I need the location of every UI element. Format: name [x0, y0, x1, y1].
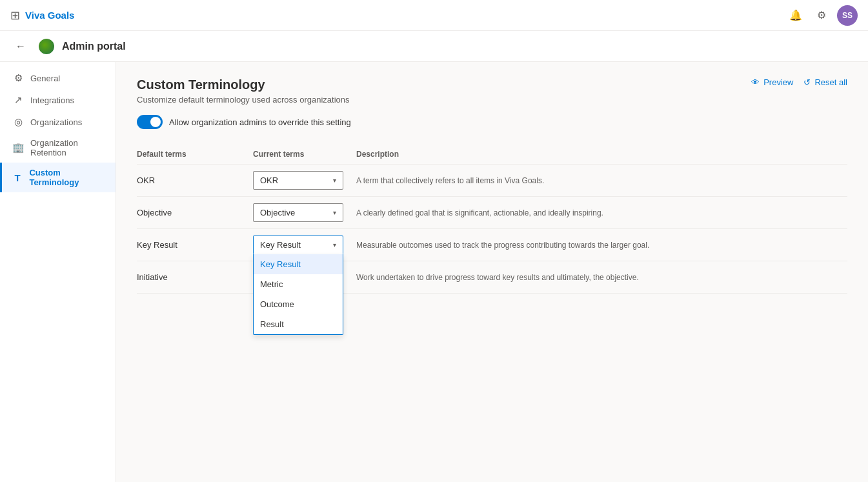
- table-row: Initiative Initiative ▾ Work undertaken …: [137, 261, 847, 294]
- desc-objective: A clearly defined goal that is significa…: [356, 197, 847, 229]
- table-header-row: Default terms Current terms Description: [137, 145, 847, 165]
- sidebar-item-organizations[interactable]: ◎ Organizations: [0, 111, 116, 133]
- dropdown-okr: OKR ▾: [253, 171, 343, 190]
- current-term-objective: Objective ▾: [253, 197, 356, 229]
- default-term-keyresult: Key Result: [137, 229, 253, 261]
- page-header-text: Custom Terminology Customize default ter…: [137, 77, 350, 105]
- custom-terminology-icon: T: [12, 172, 23, 183]
- dropdown-option-result[interactable]: Result: [254, 314, 343, 334]
- dropdown-keyresult: Key Result ▾ Key Result Metric Outcome R…: [253, 236, 343, 254]
- dropdown-objective-button[interactable]: Objective ▾: [253, 203, 343, 222]
- adminbar: ← Admin portal: [0, 31, 868, 62]
- avatar[interactable]: SS: [837, 5, 858, 26]
- main-content: Custom Terminology Customize default ter…: [116, 62, 868, 482]
- dropdown-objective: Objective ▾: [253, 203, 343, 222]
- topbar: ⊞ Viva Goals 🔔 ⚙ SS: [0, 0, 868, 31]
- general-icon: ⚙: [12, 72, 24, 84]
- page-title: Custom Terminology: [137, 77, 350, 92]
- dropdown-keyresult-value: Key Result: [260, 240, 301, 250]
- table-row: Key Result Key Result ▾ Key Result Metri…: [137, 229, 847, 261]
- organizations-icon: ◎: [12, 116, 24, 128]
- toggle-row: Allow organization admins to override th…: [137, 115, 847, 129]
- org-retention-icon: 🏢: [12, 142, 24, 154]
- table-row: Objective Objective ▾ A clearly defined …: [137, 197, 847, 229]
- terminology-table: Default terms Current terms Description …: [137, 145, 847, 294]
- desc-initiative: Work undertaken to drive progress toward…: [356, 261, 847, 294]
- sidebar-item-integrations-label: Integrations: [30, 95, 74, 105]
- sidebar-item-custom-terminology[interactable]: T Custom Terminology: [0, 163, 116, 192]
- dropdown-okr-value: OKR: [260, 176, 278, 185]
- reset-all-button[interactable]: ↺ Reset all: [803, 77, 847, 87]
- sidebar-item-custom-terminology-label: Custom Terminology: [29, 168, 105, 187]
- col-header-current: Current terms: [253, 145, 356, 165]
- desc-initiative-text: Work undertaken to drive progress toward…: [356, 273, 639, 282]
- layout: ⚙ General ↗ Integrations ◎ Organizations…: [0, 62, 868, 482]
- preview-icon: 👁: [751, 77, 760, 87]
- sidebar: ⚙ General ↗ Integrations ◎ Organizations…: [0, 62, 116, 482]
- settings-icon-button[interactable]: ⚙: [811, 5, 832, 26]
- page-subtitle: Customize default terminology used acros…: [137, 95, 350, 105]
- header-actions: 👁 Preview ↺ Reset all: [751, 77, 847, 87]
- current-term-okr: OKR ▾: [253, 165, 356, 197]
- desc-keyresult-text: Measurable outcomes used to track the pr…: [356, 241, 649, 250]
- desc-keyresult: Measurable outcomes used to track the pr…: [356, 229, 847, 261]
- chevron-down-icon: ▾: [333, 209, 336, 216]
- viva-goals-logo: [39, 39, 54, 54]
- dropdown-okr-button[interactable]: OKR ▾: [253, 171, 343, 190]
- chevron-down-icon: ▾: [333, 241, 336, 248]
- sidebar-item-general[interactable]: ⚙ General: [0, 67, 116, 89]
- adminbar-title: Admin portal: [62, 41, 126, 52]
- topbar-right: 🔔 ⚙ SS: [785, 5, 858, 26]
- default-term-okr: OKR: [137, 165, 253, 197]
- sidebar-item-integrations[interactable]: ↗ Integrations: [0, 89, 116, 111]
- override-toggle[interactable]: [137, 115, 163, 129]
- brand-label[interactable]: Viva Goals: [25, 10, 74, 21]
- dropdown-option-keyresult[interactable]: Key Result: [254, 254, 343, 274]
- default-term-initiative: Initiative: [137, 261, 253, 294]
- col-header-description: Description: [356, 145, 847, 165]
- reset-label: Reset all: [814, 77, 847, 87]
- toggle-label: Allow organization admins to override th…: [169, 117, 351, 127]
- back-button[interactable]: ←: [10, 36, 31, 57]
- reset-icon: ↺: [803, 77, 811, 87]
- waffle-icon[interactable]: ⊞: [10, 8, 20, 23]
- dropdown-keyresult-menu: Key Result Metric Outcome Result: [253, 254, 343, 335]
- sidebar-item-organizations-label: Organizations: [30, 117, 82, 127]
- col-header-default: Default terms: [137, 145, 253, 165]
- integrations-icon: ↗: [12, 94, 24, 106]
- dropdown-option-outcome[interactable]: Outcome: [254, 294, 343, 314]
- page-header: Custom Terminology Customize default ter…: [137, 77, 847, 105]
- current-term-keyresult: Key Result ▾ Key Result Metric Outcome R…: [253, 229, 356, 261]
- dropdown-keyresult-button[interactable]: Key Result ▾: [253, 236, 343, 254]
- preview-button[interactable]: 👁 Preview: [751, 77, 793, 87]
- chevron-down-icon: ▾: [333, 177, 336, 184]
- dropdown-option-metric[interactable]: Metric: [254, 274, 343, 294]
- speaker-icon-button[interactable]: 🔔: [785, 5, 806, 26]
- desc-okr-text: A term that collectively refers to all i…: [356, 176, 544, 185]
- default-term-objective: Objective: [137, 197, 253, 229]
- table-row: OKR OKR ▾ A term that collectively refer…: [137, 165, 847, 197]
- desc-okr: A term that collectively refers to all i…: [356, 165, 847, 197]
- toggle-thumb: [150, 117, 161, 127]
- topbar-left: ⊞ Viva Goals: [10, 8, 74, 23]
- sidebar-item-general-label: General: [30, 74, 60, 83]
- preview-label: Preview: [763, 77, 793, 87]
- sidebar-item-org-retention[interactable]: 🏢 Organization Retention: [0, 133, 116, 163]
- sidebar-item-org-retention-label: Organization Retention: [30, 138, 105, 157]
- dropdown-objective-value: Objective: [260, 208, 295, 217]
- desc-objective-text: A clearly defined goal that is significa…: [356, 208, 603, 217]
